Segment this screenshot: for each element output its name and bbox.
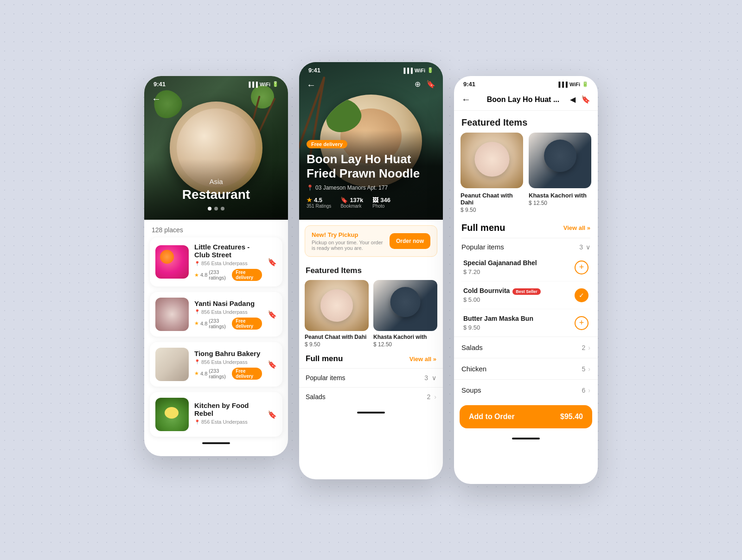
menu-section-salads-2[interactable]: Salads 2 › [299,387,443,406]
restaurant-address-4: 📍 856 Esta Underpass [194,419,262,425]
free-delivery-badge-1: Free delivery [232,269,262,281]
featured-title-2: Featured Items [299,262,443,280]
places-count: 128 places [144,220,288,237]
status-bar-2: 9:41 ▐▐▐ WiFi 🔋 [299,62,443,76]
featured-price-2-2: $ 12.50 [373,341,437,348]
p3-featured-image-1 [461,133,523,188]
status-time-3: 9:41 [463,81,475,88]
restaurant-image-1 [155,245,189,279]
menu-section-popular-2[interactable]: Popular items 3 ∨ [299,368,443,387]
hero-overlay-1: Asia Restaurant [144,159,288,220]
star-icon-3: ★ [194,370,199,376]
restaurant-meta-2: ★ 4.8 (233 ratings) Free delivery [194,318,262,330]
wifi-icon-1: WiFi [260,82,270,87]
food-thumbnail-2 [155,298,189,331]
featured-image-2-2 [373,280,437,331]
back-button-2[interactable]: ← [307,80,316,90]
dot-1[interactable] [208,207,211,210]
home-indicator-3 [512,438,540,439]
p3-menu-section-soups[interactable]: Soups 6 › [454,379,598,401]
best-seller-badge: Best Seller [512,288,541,295]
popular-cat-count: 3 [579,243,583,251]
menu-sec-salads-count-2: 2 [427,393,431,401]
featured-item-2-2[interactable]: Khasta Kachori with $ 12.50 [373,280,437,348]
free-delivery-badge-3: Free delivery [232,368,262,380]
menu-sec-popular-count-2: 3 [424,374,428,382]
hero-title-1: Restaurant [154,187,279,202]
restaurant-card-2[interactable]: Yanti Nasi Padang 📍 856 Esta Underpass ★… [150,292,282,337]
order-now-button[interactable]: Order now [390,233,430,249]
restaurant-card-1[interactable]: Little Creatures - Club Street 📍 856 Est… [150,237,282,286]
bookmark-btn-3[interactable]: 🔖 [268,360,277,369]
back-button-1[interactable]: ← [152,94,161,104]
p3-view-all[interactable]: View all » [563,224,590,231]
food-thumbnail-1 [155,245,189,279]
battery-icon-2: 🔋 [427,67,434,73]
stat-bookmarks-label: Bookmark [340,204,361,209]
star-icon-1: ★ [194,272,199,278]
featured-name-2-1: Peanut Chaat with Dahi [305,334,369,340]
menu-item-info-1: Special Gajananad Bhel $ 7.20 [463,259,575,275]
check-button-2[interactable]: ✓ [575,288,588,302]
phone-screen-2: 9:41 ▐▐▐ WiFi 🔋 ← ⊕ 🔖 [299,62,443,479]
location-pin-icon-3: 📍 [194,359,200,364]
p3-featured-item-2[interactable]: Khasta Kachori with $ 12.50 [529,133,591,213]
cursor-icon[interactable]: ⊕ [415,80,421,89]
add-button-1[interactable]: + [575,261,588,274]
status-time-1: 9:41 [154,81,166,88]
hero-subtitle-1: Asia [154,178,279,185]
menu-item-1: Special Gajananad Bhel $ 7.20 + [461,254,590,281]
dot-2[interactable] [214,207,218,210]
view-all-2[interactable]: View all » [409,356,436,363]
stat-bookmarks: 🔖 137k Bookmark [340,197,363,209]
featured-item-2-1[interactable]: Peanut Chaat with Dahi $ 9.50 [305,280,369,348]
signal-icon-3: ▐▐▐ [556,82,567,87]
bookmark-btn-1[interactable]: 🔖 [268,258,277,267]
p3-full-menu-title: Full menu [461,223,505,233]
p3-featured-price-2: $ 12.50 [529,200,591,206]
location-pin-icon-1: 📍 [194,261,200,266]
add-to-order-label: Add to Order [469,413,515,421]
dot-3[interactable] [221,207,224,210]
menu-sec-salads-name-2: Salads [306,393,326,401]
address-text-4: 856 Esta Underpass [201,419,248,425]
restaurant-info-4: Kitchen by Food Rebel 📍 856 Esta Underpa… [194,401,262,427]
p3-featured-price-1: $ 9.50 [461,207,523,213]
p3-featured-item-1[interactable]: Peanut Chaat with Dahi $ 9.50 [461,133,523,213]
bookmark-btn-2[interactable]: 🔖 [268,310,277,319]
restaurant-card-3[interactable]: Tiong Bahru Bakery 📍 856 Esta Underpass … [150,342,282,387]
p3-menu-sec-chicken-meta: 5 › [582,365,590,373]
carousel-dots[interactable] [154,207,279,210]
p3-featured-name-2: Khasta Kachori with [529,192,591,199]
p3-menu-sec-chicken-name: Chicken [461,365,486,373]
p3-menu-section-chicken[interactable]: Chicken 5 › [454,358,598,379]
add-button-3[interactable]: + [575,316,588,330]
phone-screen-1: 9:41 ▐▐▐ WiFi 🔋 ← Asia Restaurant [144,76,288,456]
header-actions-3: ◀ 🔖 [570,95,590,104]
popular-category-header[interactable]: Popular items 3 ∨ [461,238,590,254]
menu-sec-popular-name-2: Popular items [306,374,345,382]
p3-menu-sec-soups-name: Soups [461,386,481,394]
status-bar-1: 9:41 ▐▐▐ WiFi 🔋 [144,76,288,90]
featured-image-2-1 [305,280,369,331]
wifi-icon-2: WiFi [415,68,425,73]
location-pin-icon-4: 📍 [194,420,200,425]
bookmark-icon-2[interactable]: 🔖 [426,80,435,89]
share-icon[interactable]: ◀ [570,95,576,104]
stat-rating: ★ 4.5 351 Ratings [307,197,331,209]
add-to-order-bar[interactable]: Add to Order $95.40 [460,405,592,428]
back-button-3[interactable]: ← [461,94,471,105]
p3-full-menu-header: Full menu View all » [454,220,598,238]
bookmark-btn-4[interactable]: 🔖 [268,410,277,419]
p3-menu-sec-salads-count: 2 [582,344,586,351]
bookmark-icon-3[interactable]: 🔖 [581,95,590,104]
p3-menu-sec-soups-count: 6 [582,387,586,394]
status-bar-3: 9:41 ▐▐▐ WiFi 🔋 [454,76,598,90]
menu-item-info-2: Cold Bournvita Best Seller $ 5.00 [463,287,575,303]
popular-chevron-down: ∨ [586,243,590,251]
featured-name-2-2: Khasta Kachori with [373,334,437,340]
p3-menu-section-salads[interactable]: Salads 2 › [454,337,598,358]
menu-item-name-2: Cold Bournvita [463,287,510,294]
restaurant-meta-3: ★ 4.8 (233 ratings) Free delivery [194,368,262,380]
restaurant-card-4[interactable]: Kitchen by Food Rebel 📍 856 Esta Underpa… [150,392,282,437]
